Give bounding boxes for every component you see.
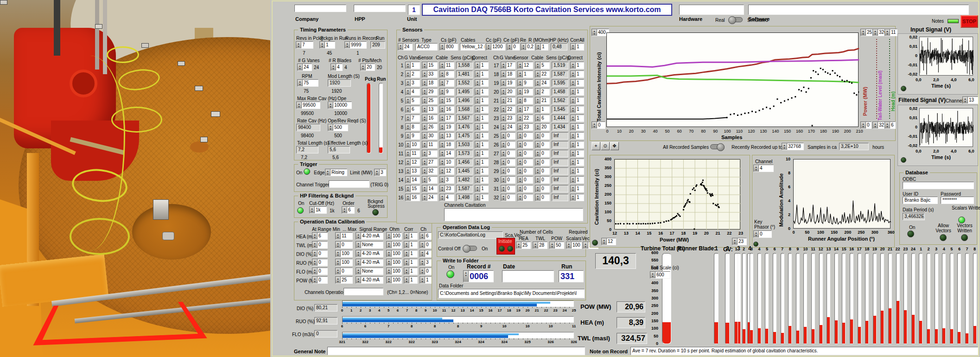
sensor-gvane-input[interactable]: 20 [501, 88, 515, 96]
sensor-correct-input[interactable]: 1 [570, 194, 584, 201]
sensor-gvane-input[interactable]: 19 [501, 79, 515, 87]
cal-max-input[interactable]: 11 [335, 232, 353, 240]
cal-corr-input[interactable]: 1 [404, 259, 418, 266]
corrall-input[interactable]: 1 [570, 43, 584, 51]
graph-pan-tool[interactable]: ✥ [610, 142, 619, 150]
cal-signal-range-select[interactable]: 4-20 mA [356, 276, 383, 284]
notes-indicator[interactable] [948, 19, 959, 23]
slider-track-2[interactable] [342, 332, 574, 338]
sensor-sensor-input[interactable]: 29 [422, 88, 438, 96]
opereq-input[interactable]: 500 [328, 124, 348, 131]
cells-pow-input[interactable]: 50 [549, 242, 564, 249]
sensor-cable-input[interactable]: 22 [535, 70, 550, 78]
sensor-correct-input[interactable]: 1 [570, 150, 584, 157]
cal-ohm-input[interactable]: 100 [386, 232, 402, 240]
sensor-gvane-input[interactable]: 0 [501, 176, 515, 184]
sensor-gvane-input[interactable]: 14 [405, 176, 420, 184]
trend-ymin-spinner[interactable]: 0 [592, 121, 605, 129]
general-note-input[interactable] [327, 347, 585, 355]
cal-corr-input[interactable]: 1 [404, 241, 418, 249]
sensor-sensor-input[interactable]: 17 [517, 106, 533, 113]
sensor-sensor-input[interactable]: 0 [517, 167, 533, 175]
sensor-cable-input[interactable]: 13 [439, 132, 454, 140]
cal-min-input[interactable]: 0 [312, 241, 328, 249]
sensor-correct-input[interactable]: 1 [570, 115, 584, 122]
sensor-cable-input[interactable]: 2 [535, 88, 550, 96]
sensor-correct-input[interactable]: 1 [570, 97, 584, 104]
sensor-sensor-input[interactable]: 0 [517, 159, 533, 166]
write-run-input[interactable]: 331 [559, 270, 584, 282]
sensor-correct-input[interactable]: 1 [570, 88, 584, 96]
sensor-cable-input[interactable]: 3 [439, 176, 454, 184]
revs-in-pckg-input[interactable]: 7 [296, 41, 313, 49]
sensor-gvane-input[interactable]: 24 [501, 123, 515, 131]
sensor-sensor-input[interactable]: 1 [517, 70, 533, 78]
sensor-correct-input[interactable]: 1 [475, 194, 489, 201]
hpp-input[interactable] [354, 5, 406, 12]
mod-channel-input[interactable]: 4 [753, 165, 774, 172]
cal-max-input[interactable]: 100 [335, 250, 353, 257]
type-input[interactable]: ACC0 [415, 43, 438, 51]
sensor-cable-input[interactable]: 10 [439, 159, 454, 166]
pts-mech-input[interactable]: 20 [360, 64, 375, 71]
sensor-sensor-input[interactable]: 33 [422, 70, 438, 78]
sensor-correct-input[interactable]: 1 [475, 70, 489, 78]
r-mohm-input[interactable]: 1 [535, 43, 548, 51]
sensor-cable-input[interactable]: 0 [535, 167, 550, 175]
sensor-correct-input[interactable]: 1 [475, 115, 489, 122]
record-number-input[interactable]: 0006 [463, 270, 494, 282]
key-phasor-input[interactable]: 0 [753, 230, 772, 238]
power-min-spinner[interactable]: 0 [860, 121, 872, 129]
sensor-sensor-input[interactable]: 24 [422, 194, 438, 201]
sensor-cable-input[interactable]: 12 [439, 167, 454, 175]
sensor-correct-input[interactable]: 1 [570, 79, 584, 87]
cc-input[interactable]: 1200 [486, 43, 505, 51]
sensor-cable-input[interactable]: 5 [535, 62, 550, 69]
slider-track-1[interactable] [342, 316, 574, 323]
cal-corr-input[interactable]: 1 [404, 250, 418, 257]
sensor-gvane-input[interactable]: 0 [501, 150, 515, 157]
sensor-correct-input[interactable]: 1 [570, 70, 584, 78]
sensor-gvane-input[interactable]: 0 [501, 194, 515, 201]
sensor-cable-input[interactable]: 0 [535, 159, 550, 166]
db-on-led[interactable] [907, 230, 914, 237]
cal-corr-input[interactable]: 1 [404, 276, 418, 284]
sensor-gvane-input[interactable]: 15 [405, 185, 420, 192]
cal-signal-range-select[interactable]: None [356, 241, 383, 249]
sensor-sensor-input[interactable]: 22 [517, 115, 533, 122]
sensor-gvane-input[interactable]: 11 [405, 150, 420, 157]
sensor-cable-input[interactable]: 11 [439, 62, 454, 69]
cal-ch-input[interactable]: 3 [420, 259, 432, 266]
cal-min-input[interactable]: 0 [312, 276, 328, 284]
sensor-sensor-input[interactable]: 25 [422, 97, 438, 104]
sensor-gvane-input[interactable]: 12 [405, 159, 420, 166]
sensor-gvane-input[interactable]: 0 [501, 185, 515, 192]
cal-max-input[interactable]: 0 [335, 241, 353, 249]
sensor-correct-input[interactable]: 1 [570, 106, 584, 113]
head-max-spinner[interactable]: 11 [885, 29, 897, 36]
cal-max-input[interactable]: 25 [335, 276, 353, 284]
ope-input[interactable]: 10000 [328, 102, 352, 109]
sensor-sensor-input[interactable]: 15 [422, 62, 438, 69]
sensor-sensor-input[interactable]: 8 [517, 97, 533, 104]
power-max-spinner[interactable]: 25 [860, 29, 873, 36]
rpm-input[interactable]: 75 [297, 79, 318, 87]
sensor-gvane-input[interactable]: 16 [405, 194, 420, 201]
sensor-gvane-input[interactable]: 3 [405, 79, 420, 87]
sensor-correct-input[interactable]: 1 [475, 159, 489, 166]
sensor-correct-input[interactable]: 1 [570, 132, 584, 140]
required-scalars-input[interactable]: 100 [566, 242, 582, 249]
sensor-correct-input[interactable]: 1 [475, 79, 489, 87]
cal-min-input[interactable]: 6 [312, 232, 328, 240]
sensor-gvane-input[interactable]: 7 [405, 115, 420, 122]
sensor-sensor-input[interactable]: 3 [422, 150, 438, 157]
runs-in-record-input[interactable]: 9999 [344, 41, 367, 49]
sensor-correct-input[interactable]: 1 [475, 176, 489, 184]
sensor-cable-input[interactable]: 15 [439, 97, 454, 104]
userid-input[interactable]: Branko Bajic [903, 197, 938, 204]
sensor-gvane-input[interactable]: 5 [405, 97, 420, 104]
head-min-spinner[interactable]: 6 [885, 121, 896, 129]
sensor-correct-input[interactable]: 1 [475, 141, 489, 148]
stop-button[interactable]: STOP [961, 15, 978, 28]
sensor-sensor-input[interactable]: 0 [517, 176, 533, 184]
